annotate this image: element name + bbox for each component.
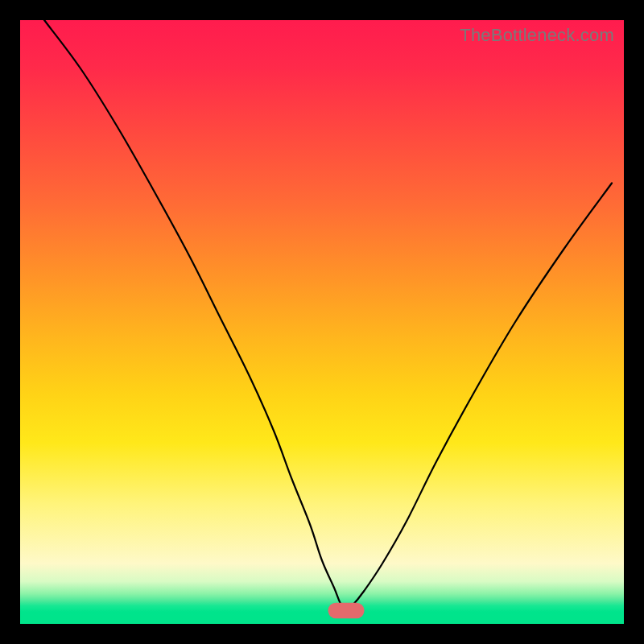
plot-area: TheBottleneck.com <box>20 20 624 624</box>
chart-stage: TheBottleneck.com <box>0 0 644 644</box>
curve-layer <box>20 20 624 624</box>
bottleneck-curve <box>44 20 612 611</box>
minimum-marker <box>328 603 365 619</box>
